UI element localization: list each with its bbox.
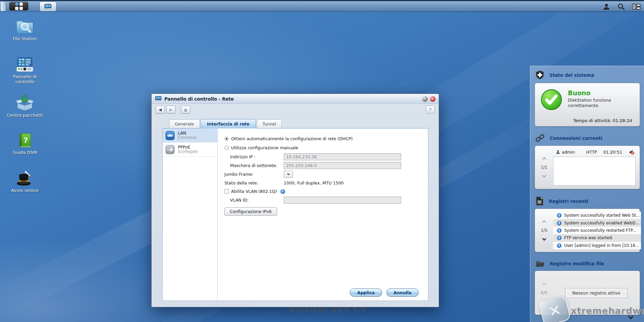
network-status-value: 1000, Full duplex, MTU 1500 bbox=[284, 180, 344, 185]
desktop-icon-label: Centro pacchetti bbox=[7, 113, 43, 118]
connections-header: Connessioni correnti bbox=[530, 129, 644, 145]
dhcp-radio-label: Ottieni automaticamente la configurazion… bbox=[231, 136, 353, 141]
search-icon[interactable] bbox=[617, 3, 625, 11]
window-titlebar[interactable]: Pannello di controllo - Rete ✕ bbox=[152, 94, 439, 104]
info-icon: i bbox=[557, 235, 561, 240]
back-icon: ◀ bbox=[159, 107, 162, 112]
chevron-down-icon bbox=[287, 172, 289, 175]
tab-interfaccia-di-rete[interactable]: Interfaccia di rete bbox=[201, 119, 256, 128]
log-entry[interactable]: i User [admin] logged in from [10.16... bbox=[553, 242, 641, 249]
home-button[interactable]: ⌂ bbox=[181, 106, 190, 113]
quick-start-icon bbox=[16, 170, 34, 186]
package-center-icon bbox=[15, 95, 34, 111]
window-title-icon bbox=[155, 96, 162, 102]
jumbo-frame-select[interactable] bbox=[284, 171, 293, 178]
vlan-id-field[interactable] bbox=[284, 197, 401, 204]
system-status-body: Buono DiskStation funziona correttamente… bbox=[535, 83, 640, 126]
desktop-icon-package-center[interactable]: Centro pacchetti bbox=[3, 95, 46, 132]
minimize-button[interactable] bbox=[422, 96, 428, 102]
pager-down-icon[interactable] bbox=[542, 236, 546, 241]
desktop-icon-control-panel[interactable]: Pannello di controllo bbox=[3, 57, 46, 95]
forward-button[interactable]: ▶ bbox=[166, 106, 175, 113]
file-change-log-header: Registro modifica file bbox=[530, 255, 644, 270]
user-icon[interactable] bbox=[602, 3, 610, 11]
recent-logs-body: 1/5 i System successfully started Web St… bbox=[535, 209, 640, 252]
taskbar bbox=[0, 0, 644, 11]
pager-up-icon[interactable] bbox=[542, 157, 546, 161]
dsm-help-icon: ? bbox=[16, 132, 34, 149]
cancel-button[interactable]: Annulla bbox=[386, 288, 419, 297]
ip-address-field[interactable] bbox=[284, 153, 401, 160]
subnet-mask-field[interactable] bbox=[284, 162, 401, 169]
window-toolbar: ◀ ▶ ⌂ ? bbox=[152, 104, 439, 117]
main-menu-grid-icon bbox=[15, 2, 23, 10]
system-status-value: Buono bbox=[568, 89, 623, 97]
pager-up-icon bbox=[542, 282, 546, 287]
subnet-mask-label: Maschera di sottorete: bbox=[230, 163, 284, 168]
interface-status: Connesso bbox=[178, 136, 197, 140]
widgets-icon[interactable] bbox=[632, 3, 641, 10]
widget-title: Registri recenti bbox=[549, 199, 588, 204]
svg-text:?: ? bbox=[24, 136, 28, 145]
vlan-checkbox[interactable] bbox=[224, 189, 229, 194]
info-icon: i bbox=[557, 228, 561, 233]
pager-count: 1/1 bbox=[541, 165, 547, 170]
shield-icon bbox=[535, 70, 544, 80]
site-logo-icon: ✕ bbox=[538, 295, 572, 322]
home-icon: ⌂ bbox=[184, 107, 187, 113]
user-icon bbox=[556, 150, 560, 154]
widget-title: Connessioni correnti bbox=[550, 136, 602, 141]
tab-tunnel[interactable]: Tunnel bbox=[257, 119, 282, 128]
disconnect-icon[interactable] bbox=[629, 149, 634, 155]
vlan-checkbox-label: Abilita VLAN (802.1Q) bbox=[231, 189, 277, 194]
tab-strip: Generale Interfaccia di rete Tunnel bbox=[162, 119, 428, 128]
pppoe-interface-icon bbox=[165, 145, 175, 154]
close-button[interactable]: ✕ bbox=[430, 96, 435, 102]
taskbar-item-control-panel[interactable] bbox=[40, 2, 56, 11]
widget-title: Stato del sistema bbox=[549, 72, 594, 78]
file-station-icon bbox=[15, 19, 34, 35]
tab-generale[interactable]: Generale bbox=[169, 119, 200, 128]
connections-list-area bbox=[553, 157, 636, 185]
interface-item-lan[interactable]: LAN Connesso bbox=[163, 128, 217, 143]
window-title: Pannello di controllo - Rete bbox=[164, 96, 234, 102]
connections-pager: 1/1 bbox=[535, 146, 553, 189]
pager-up-icon[interactable] bbox=[542, 220, 546, 224]
info-icon[interactable]: i bbox=[280, 189, 285, 194]
desktop-icon-quick-start[interactable]: Avvio veloce bbox=[3, 170, 46, 208]
dhcp-radio[interactable] bbox=[224, 137, 229, 141]
help-button[interactable]: ? bbox=[426, 106, 435, 113]
interface-item-pppoe[interactable]: PPPoE Scollegato bbox=[163, 143, 217, 157]
pager-count: 0/0 bbox=[541, 290, 547, 295]
site-watermark: ✕ xtremehardware.com bbox=[541, 298, 644, 322]
control-panel-mini-icon bbox=[44, 4, 52, 10]
ip-address-label: Indirizzo IP : bbox=[230, 154, 284, 159]
uptime-text: Tempo di attività: 01:28:24 bbox=[573, 118, 632, 123]
back-button[interactable]: ◀ bbox=[156, 106, 165, 113]
recent-logs-header: Registri recenti bbox=[530, 192, 644, 208]
show-desktop-button[interactable] bbox=[1, 1, 6, 11]
site-watermark-text: xtremehardware.com bbox=[571, 306, 644, 316]
ipv6-config-button[interactable]: Configurazione IPv6 bbox=[224, 207, 277, 216]
log-document-icon bbox=[535, 197, 544, 206]
connection-user: admin bbox=[562, 150, 575, 155]
log-entry[interactable]: i System successfully restarted FTP... bbox=[553, 227, 641, 234]
log-entry[interactable]: i System successfully started Web St... bbox=[553, 212, 641, 219]
vlan-id-label: VLAN ID: bbox=[230, 198, 284, 203]
desktop-icon-dsm-help[interactable]: ? Guida DSM bbox=[3, 132, 46, 170]
status-ok-icon bbox=[540, 89, 562, 111]
log-entry[interactable]: i FTP service was started. bbox=[553, 234, 641, 241]
interface-list: LAN Connesso PPPoE Scollegato bbox=[163, 128, 218, 301]
manual-config-radio[interactable] bbox=[224, 146, 229, 150]
network-status-label: Stato della rete: bbox=[224, 180, 284, 185]
pager-down-icon[interactable] bbox=[542, 173, 546, 178]
desktop-icon-file-station[interactable]: File Station bbox=[3, 19, 46, 57]
network-form: Ottieni automaticamente la configurazion… bbox=[218, 128, 428, 301]
info-icon: i bbox=[557, 243, 561, 248]
log-entry[interactable]: i System successfully enabled WebD... bbox=[553, 219, 641, 226]
main-menu-button[interactable] bbox=[9, 2, 28, 10]
apply-button[interactable]: Applica bbox=[350, 288, 382, 297]
jumbo-frame-label: Jumbo Frame: bbox=[224, 172, 284, 177]
connections-body: 1/1 admin HTTP 01:20:51 bbox=[535, 146, 640, 189]
desktop-icon-label: Pannello di controllo bbox=[6, 74, 43, 85]
